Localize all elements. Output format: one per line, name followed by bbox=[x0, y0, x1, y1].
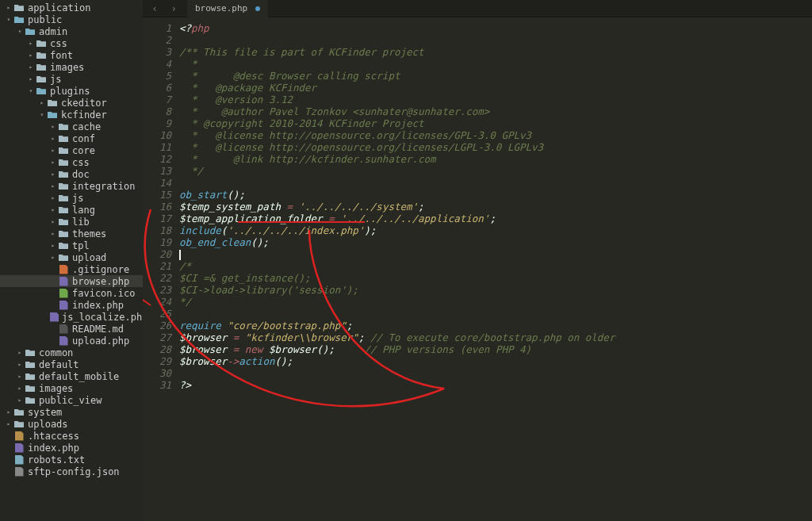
folder-common[interactable]: ▸common bbox=[0, 347, 143, 358]
folder-tpl[interactable]: ▸tpl bbox=[0, 239, 143, 251]
folder-plugins[interactable]: ▾plugins bbox=[0, 85, 143, 97]
disclosure-triangle-icon[interactable]: ▸ bbox=[16, 349, 24, 356]
code-line[interactable]: $CI =& get_instance(); bbox=[179, 272, 812, 284]
file-sftp-config-json[interactable]: sftp-config.json bbox=[0, 465, 143, 477]
folder-images[interactable]: ▸images bbox=[0, 61, 143, 73]
folder-system[interactable]: ▸system bbox=[0, 406, 143, 418]
tab-browse-php[interactable]: browse.php bbox=[187, 0, 268, 17]
folder-uploads[interactable]: ▸uploads bbox=[0, 418, 143, 430]
code-line[interactable]: * @desc Browser calling script bbox=[179, 70, 812, 82]
code-line[interactable]: * bbox=[179, 58, 812, 70]
disclosure-triangle-icon[interactable]: ▾ bbox=[5, 16, 13, 23]
disclosure-triangle-icon[interactable]: ▾ bbox=[27, 87, 35, 94]
disclosure-triangle-icon[interactable]: ▸ bbox=[49, 159, 57, 166]
folder-default[interactable]: ▸default bbox=[0, 358, 143, 370]
folder-lib[interactable]: ▸lib bbox=[0, 216, 143, 228]
file--gitignore[interactable]: .gitignore bbox=[0, 263, 143, 275]
code-line[interactable]: <?php bbox=[179, 22, 812, 34]
code-line[interactable]: * @copyright 2010-2014 KCFinder Project bbox=[179, 117, 812, 129]
code-line[interactable] bbox=[179, 177, 812, 189]
disclosure-triangle-icon[interactable]: ▸ bbox=[16, 396, 24, 404]
folder-core[interactable]: ▸core bbox=[0, 144, 143, 156]
file-robots-txt[interactable]: robots.txt bbox=[0, 454, 143, 465]
disclosure-triangle-icon[interactable]: ▸ bbox=[49, 194, 57, 201]
disclosure-triangle-icon[interactable]: ▸ bbox=[49, 170, 57, 178]
disclosure-triangle-icon[interactable]: ▸ bbox=[49, 123, 57, 130]
disclosure-triangle-icon[interactable]: ▸ bbox=[5, 408, 13, 416]
disclosure-triangle-icon[interactable]: ▸ bbox=[5, 4, 13, 11]
code-area[interactable]: 1234567891011121314151617181920212223242… bbox=[143, 17, 812, 521]
folder-themes[interactable]: ▸themes bbox=[0, 228, 143, 239]
code-line[interactable]: /* bbox=[179, 260, 812, 272]
folder-images[interactable]: ▸images bbox=[0, 382, 143, 394]
folder-lang[interactable]: ▸lang bbox=[0, 204, 143, 216]
code-content[interactable]: <?php/** This file is part of KCFinder p… bbox=[178, 17, 812, 521]
disclosure-triangle-icon[interactable]: ▸ bbox=[16, 385, 24, 392]
code-line[interactable]: $browser = new $browser(); // PHP versio… bbox=[179, 343, 812, 355]
code-line[interactable]: */ bbox=[179, 296, 812, 308]
folder-public-view[interactable]: ▸public_view bbox=[0, 394, 143, 406]
code-line[interactable]: */ bbox=[179, 165, 812, 177]
disclosure-triangle-icon[interactable]: ▸ bbox=[49, 147, 57, 154]
disclosure-triangle-icon[interactable]: ▸ bbox=[49, 242, 57, 249]
folder-css[interactable]: ▸css bbox=[0, 156, 143, 168]
disclosure-triangle-icon[interactable]: ▸ bbox=[16, 361, 24, 368]
disclosure-triangle-icon[interactable]: ▸ bbox=[27, 52, 35, 59]
code-line[interactable]: * @author Pavel Tzonkov <sunhater@sunhat… bbox=[179, 105, 812, 117]
disclosure-triangle-icon[interactable]: ▸ bbox=[5, 420, 13, 427]
code-line[interactable]: /** This file is part of KCFinder projec… bbox=[179, 46, 812, 58]
code-line[interactable] bbox=[179, 34, 812, 46]
disclosure-triangle-icon[interactable]: ▸ bbox=[49, 206, 57, 213]
code-line[interactable]: * @link http://kcfinder.sunhater.com bbox=[179, 153, 812, 165]
folder-ckeditor[interactable]: ▸ckeditor bbox=[0, 97, 143, 109]
code-line[interactable]: * @license http://opensource.org/license… bbox=[179, 129, 812, 141]
history-forward-button[interactable]: › bbox=[168, 3, 179, 14]
code-line[interactable]: * @version 3.12 bbox=[179, 94, 812, 105]
code-line[interactable]: $temp_system_path = '../../../../system'… bbox=[179, 201, 812, 213]
code-line[interactable]: * @license http://opensource.org/license… bbox=[179, 141, 812, 153]
code-line[interactable]: $browser->action(); bbox=[179, 355, 812, 367]
folder-application[interactable]: ▸application bbox=[0, 2, 143, 13]
disclosure-triangle-icon[interactable]: ▸ bbox=[16, 373, 24, 380]
folder-js[interactable]: ▸js bbox=[0, 73, 143, 85]
file-favicon-ico[interactable]: favicon.ico bbox=[0, 287, 143, 299]
disclosure-triangle-icon[interactable]: ▸ bbox=[49, 182, 57, 190]
folder-conf[interactable]: ▸conf bbox=[0, 132, 143, 144]
folder-css[interactable]: ▸css bbox=[0, 37, 143, 49]
file-tree[interactable]: ▸application▾public▾admin▸css▸font▸image… bbox=[0, 0, 143, 521]
code-line[interactable]: $CI->load->library('session'); bbox=[179, 284, 812, 296]
code-line[interactable] bbox=[179, 367, 812, 379]
disclosure-triangle-icon[interactable]: ▸ bbox=[27, 63, 35, 71]
file-browse-php[interactable]: browse.php bbox=[0, 275, 143, 287]
code-line[interactable]: ob_start(); bbox=[179, 189, 812, 201]
folder-cache[interactable]: ▸cache bbox=[0, 121, 143, 132]
file--htaccess[interactable]: .htaccess bbox=[0, 430, 143, 442]
file-index-php[interactable]: index.php bbox=[0, 442, 143, 454]
disclosure-triangle-icon[interactable]: ▸ bbox=[49, 218, 57, 225]
disclosure-triangle-icon[interactable]: ▸ bbox=[49, 254, 57, 261]
file-js-localize-php[interactable]: js_localize.php bbox=[0, 311, 143, 323]
file-index-php[interactable]: index.php bbox=[0, 299, 143, 311]
disclosure-triangle-icon[interactable]: ▸ bbox=[49, 230, 57, 237]
disclosure-triangle-icon[interactable]: ▸ bbox=[49, 135, 57, 142]
code-line[interactable]: include('../../../../index.php'); bbox=[179, 224, 812, 236]
folder-public[interactable]: ▾public bbox=[0, 13, 143, 25]
disclosure-triangle-icon[interactable]: ▾ bbox=[16, 28, 24, 35]
history-back-button[interactable]: ‹ bbox=[149, 3, 160, 14]
disclosure-triangle-icon[interactable]: ▸ bbox=[27, 40, 35, 47]
folder-integration[interactable]: ▸integration bbox=[0, 180, 143, 192]
code-line[interactable] bbox=[179, 308, 812, 320]
file-upload-php[interactable]: upload.php bbox=[0, 335, 143, 347]
code-line[interactable]: * @package KCFinder bbox=[179, 82, 812, 94]
disclosure-triangle-icon[interactable]: ▸ bbox=[27, 75, 35, 82]
code-line[interactable] bbox=[179, 248, 812, 260]
folder-js[interactable]: ▸js bbox=[0, 192, 143, 204]
code-line[interactable]: require "core/bootstrap.php"; bbox=[179, 320, 812, 331]
file-readme-md[interactable]: README.md bbox=[0, 323, 143, 335]
disclosure-triangle-icon[interactable]: ▸ bbox=[38, 99, 46, 106]
code-line[interactable]: ob_end_clean(); bbox=[179, 236, 812, 248]
folder-doc[interactable]: ▸doc bbox=[0, 168, 143, 180]
folder-font[interactable]: ▸font bbox=[0, 49, 143, 61]
folder-admin[interactable]: ▾admin bbox=[0, 25, 143, 37]
code-line[interactable]: $browser = "kcfinder\\browser"; // To ex… bbox=[179, 331, 812, 343]
